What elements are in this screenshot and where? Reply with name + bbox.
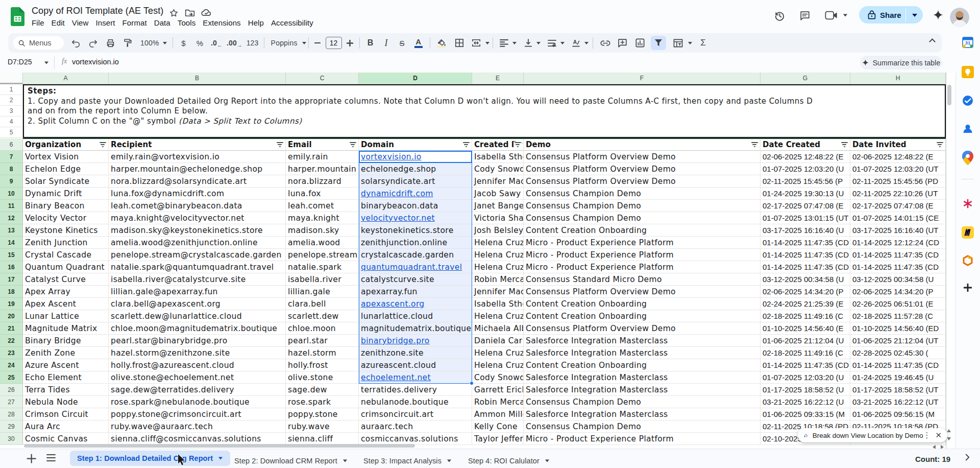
column-header-B[interactable]: B (109, 73, 286, 84)
cell-D9[interactable]: solarsyndicate.art (359, 175, 472, 188)
star-icon[interactable] (169, 8, 179, 18)
cell-B7[interactable]: emily.rain@vortexvision.io (109, 151, 286, 163)
column-header-G[interactable]: G (761, 73, 850, 84)
cell-D12[interactable]: velocityvector.net (359, 212, 472, 224)
menu-format[interactable]: Format (122, 18, 147, 27)
contacts-icon[interactable] (962, 123, 974, 135)
keep-icon[interactable] (962, 66, 974, 78)
vertical-scrollbar-thumb[interactable] (947, 85, 951, 105)
cell-B24[interactable]: holly.frost@azureascent.cloud (109, 359, 286, 371)
cell-B14[interactable]: amelia.wood@zenithjunction.online (109, 237, 286, 249)
filter-views-caret[interactable] (687, 36, 692, 50)
cell-H8[interactable]: 01-07-2025 12:03:20 (UT (850, 163, 946, 175)
cell-C20[interactable]: scarlett.dew (286, 310, 359, 322)
cell-D22[interactable]: binarybridge.pro (359, 335, 472, 347)
cell-D11[interactable]: binarybeacon.data (359, 200, 472, 212)
cell-H23[interactable]: 02-28-2025 02:45:30 ( (850, 347, 946, 359)
cell-F25[interactable]: Salesforce Integration Masterclass (524, 371, 761, 384)
cell-E19[interactable]: Isabella Stho (472, 298, 524, 310)
text-color-button[interactable]: A (410, 36, 427, 50)
cell-F24[interactable]: Content Creation Onboarding (524, 359, 761, 371)
cell-B15[interactable]: penelope.stream@crystalcascade.garden (109, 249, 286, 261)
cell-G22[interactable]: 01-06-2025 21:12:04 (U (761, 335, 850, 347)
cell-F15[interactable]: Micro - Product Experience Platform (524, 249, 761, 261)
cell-A18[interactable]: Apex Array (23, 286, 109, 298)
sheet-tab-4[interactable]: Step 4: ROI Calulator (468, 453, 550, 468)
cell-E9[interactable]: Jennifer Mac (472, 175, 524, 188)
scroll-right-arrow[interactable] (941, 445, 944, 449)
cell-D28[interactable]: crimsoncircuit.art (359, 408, 472, 420)
cell-C22[interactable]: pearl.star (286, 335, 359, 347)
cell-F27[interactable]: Consensus Champion Demo (524, 396, 761, 408)
cell-A7[interactable]: Vortex Vision (23, 151, 109, 163)
cell-B27[interactable]: rose.spark@nebulanode.boutique (109, 396, 286, 408)
cell-F9[interactable]: Consensus Platform Overview Demo (524, 175, 761, 188)
cell-E10[interactable]: Jacob Sawy (472, 188, 524, 200)
cell-B25[interactable]: olive.stone@echoelement.net (109, 371, 286, 384)
redo-button[interactable] (84, 36, 102, 50)
panel-expand-icon[interactable] (962, 452, 973, 463)
cell-D17[interactable]: catalystcurve.site (359, 273, 472, 286)
row-header-5[interactable]: 5 (0, 127, 23, 138)
cell-E14[interactable]: Helena Cruz (472, 237, 524, 249)
cell-H28[interactable]: 01-06-2025 09:56:15 (M (850, 408, 946, 420)
column-header-E[interactable]: E (472, 73, 524, 84)
cell-G19[interactable]: 02-24-2025 21:25:39 (E (761, 298, 850, 310)
column-header-F[interactable]: F (524, 73, 761, 84)
cell-G15[interactable]: 01-14-2025 11:47:35 (CD (761, 249, 850, 261)
cell-E17[interactable]: Robin Merca (472, 273, 524, 286)
cell-H10[interactable]: 02-11-2025 22:10:26 (UT (850, 188, 946, 200)
cell-D26[interactable]: terratides.delivery (359, 384, 472, 396)
cell-H19[interactable]: 02-26-2025 06:51:01 (E (850, 298, 946, 310)
cell-A27[interactable]: Nebula Node (23, 396, 109, 408)
menu-accessibility[interactable]: Accessibility (271, 18, 313, 27)
cell-G8[interactable]: 01-07-2025 12:03:20 (U (761, 163, 850, 175)
cell-D13[interactable]: keystonekinetics.store (359, 224, 472, 237)
share-caret-icon[interactable] (912, 14, 917, 17)
row-header-4[interactable]: 4 (0, 116, 23, 127)
row-header-10[interactable]: 10 (0, 188, 23, 200)
cell-E27[interactable]: Robin Merca (472, 396, 524, 408)
cell-H26[interactable]: 01-17-2025 18:58:52 (UT (850, 384, 946, 396)
column-header-C[interactable]: C (286, 73, 359, 84)
cell-C9[interactable]: nora.blizzard (286, 175, 359, 188)
cell-E15[interactable]: Helena Cruz (472, 249, 524, 261)
cell-G21[interactable]: 01-10-2025 14:56:40 (E (761, 322, 850, 335)
bold-button[interactable]: B (362, 36, 379, 50)
cell-A22[interactable]: Binary Bridge (23, 335, 109, 347)
row-header-16[interactable]: 16 (0, 261, 23, 273)
cell-H25[interactable]: 01-24-2025 19:46:45 (U (850, 371, 946, 384)
row-header-26[interactable]: 26 (0, 384, 23, 396)
toast-notification[interactable]: Break down View Location by Demo ⋮ ✕ (798, 428, 947, 442)
cell-F29[interactable]: Consensus Champion Demo (524, 420, 761, 433)
cell-E8[interactable]: Cody Snowd (472, 163, 524, 175)
row-header-30[interactable]: 30 (0, 433, 23, 445)
cell-H9[interactable]: 02-11-2025 15:45:56 (PD (850, 175, 946, 188)
table-header-date_created[interactable]: Date Created (761, 138, 850, 151)
sheet-tab-caret[interactable] (218, 457, 223, 460)
cell-E12[interactable]: Victoria Sha (472, 212, 524, 224)
cell-D16[interactable]: quantumquadrant.travel (359, 261, 472, 273)
table-header-recipient[interactable]: Recipient (109, 138, 286, 151)
count-badge[interactable]: Count: 19 (915, 455, 950, 463)
increase-decimals-button[interactable]: .00→ (226, 36, 244, 50)
cell-H14[interactable]: 01-14-2025 12:12:24 (CD (850, 237, 946, 249)
cell-F7[interactable]: Consensus Platform Overview Demo (524, 151, 761, 163)
cell-D20[interactable]: lunarlattice.cloud (359, 310, 472, 322)
cell-A21[interactable]: Magnitude Matrix (23, 322, 109, 335)
cell-D19[interactable]: apexascent.org (359, 298, 472, 310)
scroll-down-arrow[interactable] (947, 437, 951, 440)
text-rotation-button[interactable]: A (570, 36, 583, 50)
addon-orange-icon[interactable] (962, 255, 973, 266)
cell-E29[interactable]: Kelly Cone (472, 420, 524, 433)
text-rotation-caret[interactable] (583, 36, 589, 50)
get-addons-icon[interactable] (962, 282, 973, 293)
cell-B22[interactable]: pearl.star@binarybridge.pro (109, 335, 286, 347)
cell-E7[interactable]: Isabella Stho (472, 151, 524, 163)
cell-C12[interactable]: maya.knight (286, 212, 359, 224)
decrease-decimals-button[interactable]: .0← (208, 36, 226, 50)
formula-input[interactable]: vortexvision.io (72, 58, 119, 66)
cell-B23[interactable]: hazel.storm@zenithzone.site (109, 347, 286, 359)
merge-caret[interactable] (484, 36, 489, 50)
row-header-14[interactable]: 14 (0, 237, 23, 249)
